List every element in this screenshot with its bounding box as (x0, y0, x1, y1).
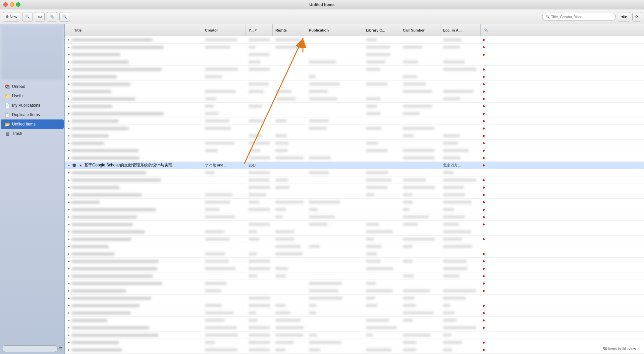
col-header-title[interactable]: Title (71, 24, 202, 36)
row-expander[interactable]: ▶ (66, 148, 71, 153)
row-expander[interactable]: ▶ (66, 185, 71, 190)
table-row[interactable]: ▶ (65, 73, 644, 81)
table-row[interactable]: ▶ (65, 184, 644, 191)
row-expander[interactable]: ▶ (66, 89, 71, 94)
table-row[interactable]: ▶ (65, 36, 644, 44)
table-row[interactable]: ▶ (65, 154, 644, 162)
close-button[interactable] (3, 2, 8, 7)
table-row[interactable]: ▶ (65, 176, 644, 184)
search-input[interactable] (551, 15, 612, 19)
row-expander[interactable]: ▶ (66, 237, 71, 242)
row-expander[interactable]: ▶ (66, 133, 71, 139)
row-expander[interactable]: ▶ (66, 222, 71, 227)
row-expander[interactable]: ▶ (66, 37, 71, 43)
table-row[interactable]: ▶ (65, 140, 644, 147)
row-expander[interactable]: ▶ (66, 141, 71, 146)
row-expander[interactable]: ▶ (66, 229, 71, 235)
row-expander[interactable]: ▶ (66, 251, 71, 257)
row-expander[interactable]: ▶ (66, 207, 71, 212)
table-row[interactable]: ▶ (65, 117, 644, 125)
table-row[interactable]: ▶ (65, 103, 644, 110)
row-expander[interactable]: ▶ (66, 118, 71, 124)
row-expander[interactable]: ▶ (66, 340, 71, 345)
table-row[interactable]: ▶ (65, 191, 644, 199)
table-row[interactable]: ▶ (65, 309, 644, 317)
table-row[interactable]: ▶ (65, 339, 644, 346)
table-row[interactable]: ▶ (65, 206, 644, 213)
back-forward-button[interactable]: ◀ ▶ (618, 12, 630, 21)
table-row[interactable]: ▶ (65, 228, 644, 236)
row-expander[interactable]: ▶ (66, 214, 71, 220)
row-expander[interactable]: ▶ (66, 45, 71, 50)
table-row[interactable]: ▶ (65, 132, 644, 140)
row-expander[interactable]: ▶ (66, 318, 71, 323)
row-expander[interactable]: ▶ (66, 96, 71, 102)
table-row[interactable]: ▶ (65, 272, 644, 280)
table-row[interactable]: ▶ (65, 243, 644, 250)
row-expander[interactable]: ▶ (66, 67, 71, 72)
attach-button[interactable]: 📎 (47, 12, 57, 21)
row-expander[interactable]: ▶ (66, 325, 71, 331)
search-mode-button[interactable]: 🔍 (59, 12, 70, 21)
table-row[interactable]: ▶ (65, 125, 644, 132)
table-row[interactable]: ▶ (65, 169, 644, 176)
table-row[interactable]: ▶ (65, 287, 644, 295)
row-expander[interactable]: ▶ (66, 273, 71, 279)
row-expander[interactable]: ▶ (66, 104, 71, 109)
table-row[interactable]: ▶ (65, 110, 644, 117)
col-header-call-number[interactable]: Call Number (400, 24, 440, 36)
row-expander[interactable]: ▶ (66, 178, 71, 183)
row-expander[interactable]: ▶ (66, 126, 71, 131)
table-row[interactable]: ▶ (65, 250, 644, 258)
sidebar-item-trash[interactable]: 🗑 Trash (1, 129, 64, 138)
sidebar-item-useful[interactable]: 📁 Useful (1, 91, 64, 101)
row-expander[interactable]: ▶ (66, 200, 71, 205)
table-row[interactable]: ▶ (65, 81, 644, 88)
table-row[interactable]: ▶ (65, 221, 644, 228)
row-expander[interactable]: ▶ (66, 310, 71, 316)
locate-button[interactable]: 🔍 (22, 12, 33, 21)
table-row[interactable]: ▶ (65, 51, 644, 58)
sidebar-item-duplicate-items[interactable]: 📋 Duplicate Items (1, 110, 64, 119)
table-row[interactable]: ▶ (65, 295, 644, 302)
sidebar-search-input[interactable] (2, 345, 58, 352)
col-header-loc-in-archive[interactable]: Loc. in A... (440, 24, 481, 36)
row-expander[interactable]: ▶ (66, 111, 71, 116)
table-row[interactable]: ▶ (65, 95, 644, 103)
table-row[interactable]: ▶ (65, 332, 644, 339)
minimize-button[interactable] (10, 2, 14, 7)
table-row[interactable]: ▶ (65, 302, 644, 309)
table-row[interactable]: ▶ (65, 199, 644, 206)
row-expander[interactable]: ▶ (66, 333, 71, 338)
table-row[interactable]: ▶ (65, 236, 644, 243)
row-expander[interactable]: ▶ (66, 266, 71, 271)
col-header-publication[interactable]: Publication (306, 24, 363, 36)
row-expander[interactable]: ▶ (66, 155, 71, 161)
row-expander[interactable]: ▶ (66, 192, 71, 198)
table-row[interactable]: ▶ (65, 58, 644, 66)
row-expander[interactable]: ▶ (66, 74, 71, 80)
tag-button[interactable]: 🏷 (35, 12, 45, 21)
row-expander[interactable]: ▶ (66, 59, 71, 65)
table-row[interactable]: ▶ (65, 324, 644, 332)
sidebar-options-icon[interactable]: ☰ (59, 347, 62, 351)
row-expander[interactable]: ▶ (66, 347, 71, 353)
row-expander[interactable]: ▶ (66, 288, 71, 294)
row-expander[interactable]: ▶ (66, 281, 71, 286)
row-expander[interactable]: ▶ (66, 170, 71, 175)
col-header-creator[interactable]: Creator (202, 24, 246, 36)
table-row[interactable]: ▶ (65, 265, 644, 272)
maximize-button[interactable] (16, 2, 20, 7)
row-expander[interactable]: ▶ (66, 259, 71, 264)
search-box[interactable]: 🔍 (542, 13, 616, 21)
table-row[interactable]: ▶ (65, 346, 644, 354)
col-header-year[interactable]: Y... ▼ (246, 24, 273, 36)
col-header-rights[interactable]: Rights (273, 24, 306, 36)
sidebar-item-my-publications[interactable]: 📄 My Publications (1, 101, 64, 110)
table-row[interactable]: ▶ (65, 280, 644, 287)
table-row[interactable]: ▶ (65, 258, 644, 265)
row-expander[interactable]: ▶ (66, 52, 71, 57)
table-row[interactable]: ▶ (65, 147, 644, 154)
col-header-library[interactable]: Library C... (363, 24, 400, 36)
table-row[interactable]: ▶ (65, 213, 644, 221)
